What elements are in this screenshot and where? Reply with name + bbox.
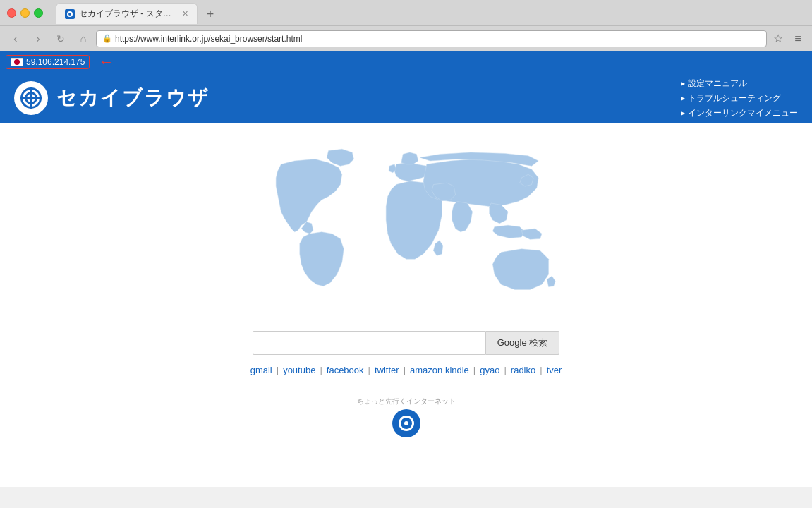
- tab-close-button[interactable]: ✕: [182, 9, 188, 18]
- jp-flag-icon: [11, 58, 23, 66]
- site-logo: セカイブラウザ: [14, 81, 210, 115]
- quick-link-twitter[interactable]: twitter: [375, 365, 399, 375]
- separator: |: [540, 365, 542, 375]
- address-bar[interactable]: 🔒 https://www.interlink.or.jp/sekai_brow…: [96, 30, 767, 47]
- world-map: [244, 144, 569, 313]
- title-bar: セカイブラウザ - スタートペ... ✕ +: [0, 0, 812, 25]
- ip-badge: 59.106.214.175: [6, 55, 90, 69]
- bookmark-button[interactable]: ☆: [770, 30, 787, 47]
- ip-bar: 59.106.214.175 ←: [0, 51, 812, 73]
- quick-link-radiko[interactable]: radiko: [511, 365, 535, 375]
- tab-title: セカイブラウザ - スタートペ...: [79, 8, 178, 20]
- search-bar: Google 検索: [253, 331, 560, 355]
- tab-favicon: [65, 9, 75, 19]
- footer-text: ちょっと先行くインターネット: [357, 397, 456, 406]
- menu-button[interactable]: ≡: [789, 30, 806, 47]
- footer-logo: [392, 409, 420, 437]
- minimize-button[interactable]: [20, 8, 30, 18]
- logo-icon: [14, 81, 48, 115]
- quick-link-gmail[interactable]: gmail: [250, 365, 272, 375]
- nav-item-troubleshoot[interactable]: トラブルシューティング: [681, 92, 798, 104]
- separator: |: [277, 365, 279, 375]
- quick-link-facebook[interactable]: facebook: [327, 365, 364, 375]
- maximize-button[interactable]: [34, 8, 43, 18]
- nav-item-mymenu[interactable]: インターリンクマイメニュー: [681, 107, 798, 119]
- home-button[interactable]: ⌂: [73, 29, 93, 49]
- separator: |: [404, 365, 406, 375]
- separator: |: [473, 365, 475, 375]
- footer-section: ちょっと先行くインターネット: [357, 397, 456, 437]
- separator: |: [504, 365, 506, 375]
- nav-item-manual[interactable]: 設定マニュアル: [681, 78, 798, 90]
- search-button[interactable]: Google 検索: [485, 331, 560, 355]
- refresh-button[interactable]: ↻: [51, 29, 71, 49]
- search-input[interactable]: [253, 331, 485, 355]
- browser-window: セカイブラウザ - スタートペ... ✕ + ‹ › ↻ ⌂ 🔒 https:/…: [0, 0, 812, 487]
- traffic-lights: [7, 8, 43, 18]
- quick-link-amazon-kindle[interactable]: amazon kindle: [410, 365, 469, 375]
- quick-link-youtube[interactable]: youtube: [283, 365, 315, 375]
- ip-address: 59.106.214.175: [26, 57, 85, 67]
- close-button[interactable]: [7, 8, 16, 18]
- site-nav: 設定マニュアル トラブルシューティング インターリンクマイメニュー: [681, 78, 798, 119]
- search-section: Google 検索 gmail | youtube | facebook | t…: [250, 331, 562, 375]
- new-tab-button[interactable]: +: [200, 4, 220, 24]
- separator: |: [368, 365, 370, 375]
- site-header: セカイブラウザ 設定マニュアル トラブルシューティング インターリンクマイメニュ…: [0, 73, 812, 123]
- main-content: Google 検索 gmail | youtube | facebook | t…: [0, 123, 812, 487]
- back-button[interactable]: ‹: [6, 29, 25, 49]
- site-title: セカイブラウザ: [56, 85, 210, 111]
- active-tab[interactable]: セカイブラウザ - スタートペ... ✕: [56, 3, 198, 24]
- url-text: https://www.interlink.or.jp/sekai_browse…: [115, 34, 761, 44]
- nav-bar: ‹ › ↻ ⌂ 🔒 https://www.interlink.or.jp/se…: [0, 25, 812, 51]
- quick-link-gyao[interactable]: gyao: [480, 365, 499, 375]
- tab-spacer: [220, 3, 798, 24]
- quick-links: gmail | youtube | facebook | twitter | a…: [250, 365, 562, 375]
- quick-link-tver[interactable]: tver: [547, 365, 562, 375]
- forward-button[interactable]: ›: [28, 29, 48, 49]
- lock-icon: 🔒: [102, 34, 112, 43]
- arrow-annotation: ←: [98, 53, 114, 71]
- separator: |: [320, 365, 322, 375]
